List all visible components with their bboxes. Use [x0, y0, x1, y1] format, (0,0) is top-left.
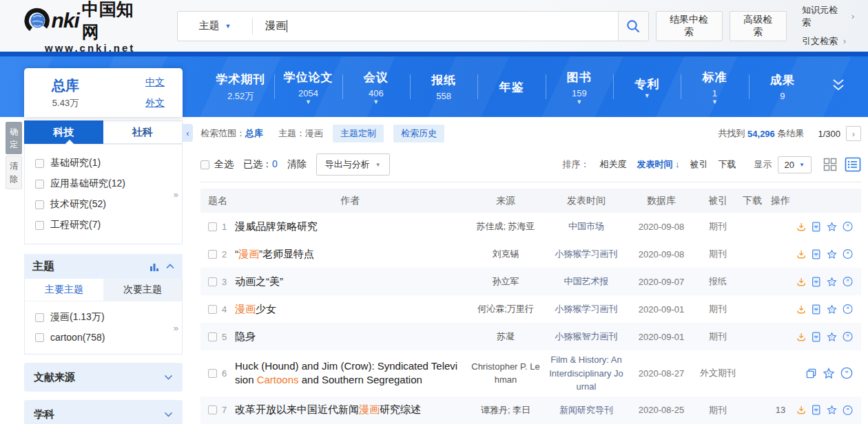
category-filter-label[interactable]: 基础研究(1): [50, 157, 101, 169]
html-read-icon[interactable]: [812, 248, 820, 260]
topic-filter-label[interactable]: cartoon(758): [50, 332, 105, 343]
search-input[interactable]: 漫画: [253, 19, 617, 32]
select-all-checkbox[interactable]: [200, 160, 209, 169]
chinese-link[interactable]: 中文: [145, 76, 165, 89]
search-in-results-button[interactable]: 结果中检索: [656, 11, 723, 41]
result-title-link[interactable]: 动画之“美”: [235, 275, 466, 288]
sort-option-被引[interactable]: 被引: [690, 158, 708, 171]
row-checkbox[interactable]: [208, 305, 217, 314]
result-title-link[interactable]: “漫画”老师显特点: [235, 247, 466, 261]
tab-social-science[interactable]: 社科: [103, 120, 183, 144]
expand-more-icon[interactable]: »: [174, 189, 178, 200]
result-source[interactable]: 小猕猴学习画刊: [546, 302, 627, 316]
checkbox[interactable]: [35, 200, 44, 209]
html-read-icon[interactable]: [812, 404, 820, 416]
download-icon[interactable]: [796, 404, 806, 416]
expand-more-icon[interactable]: »: [174, 323, 178, 333]
advanced-search-button[interactable]: 高级检索: [730, 11, 787, 41]
sidebar-section-文献来源[interactable]: 文献来源: [24, 363, 183, 392]
result-authors[interactable]: 刘克锡: [466, 247, 546, 261]
result-authors[interactable]: 何沁霖;万里行: [466, 302, 546, 316]
download-icon[interactable]: [796, 248, 806, 260]
sidebar-collapse-icon[interactable]: ‹: [183, 124, 193, 142]
sort-option-发表时间[interactable]: 发表时间 ↓: [637, 158, 679, 171]
cite-quote-icon[interactable]: ”: [843, 220, 853, 233]
cite-quote-icon[interactable]: ”: [843, 404, 853, 416]
sort-option-下载[interactable]: 下载: [719, 158, 736, 171]
tab-secondary-topic[interactable]: 次要主题: [103, 279, 182, 301]
export-analyze-button[interactable]: 导出与分析 ▼: [316, 153, 390, 176]
nav-tab-标准[interactable]: 标准1▼: [681, 56, 748, 117]
favorite-star-icon[interactable]: [827, 276, 837, 288]
download-icon[interactable]: [796, 276, 806, 288]
category-filter-label[interactable]: 技术研究(52): [50, 198, 106, 211]
result-title-link[interactable]: 漫画少女: [235, 302, 466, 316]
nav-tab-年鉴[interactable]: 年鉴: [477, 56, 545, 117]
result-source[interactable]: 小猕猴学习画刊: [546, 247, 627, 261]
total-database-card[interactable]: 总库 5.43万 中文 外文: [24, 68, 183, 117]
nav-tab-成果[interactable]: 成果9: [749, 56, 816, 117]
nav-tab-图书[interactable]: 图书159▼: [546, 56, 613, 117]
row-checkbox[interactable]: [208, 332, 217, 341]
download-icon[interactable]: [796, 221, 806, 233]
result-source[interactable]: Film & History: An Interdisciplinary Jou…: [546, 353, 627, 394]
cite-quote-icon[interactable]: ”: [843, 330, 853, 343]
abstract-pages-icon[interactable]: [805, 368, 817, 379]
favorite-star-icon[interactable]: [827, 404, 837, 416]
result-source[interactable]: 新闻研究导刊: [546, 403, 627, 417]
nav-tab-报纸[interactable]: 报纸558: [410, 56, 477, 117]
favorite-star-icon[interactable]: [827, 304, 837, 315]
result-authors[interactable]: 苏佳成; 苏海亚: [466, 220, 546, 233]
clear-selection-button[interactable]: 清除: [287, 158, 307, 171]
search-field-selector[interactable]: 主题 ▼: [178, 19, 252, 32]
sidebar-section-学科[interactable]: 学科: [24, 400, 183, 424]
row-checkbox[interactable]: [208, 250, 217, 259]
favorite-star-icon[interactable]: [823, 368, 835, 379]
favorite-star-icon[interactable]: [827, 221, 837, 233]
result-title-link[interactable]: Huck (Hound) and Jim (Crow): Syndicated …: [235, 359, 466, 388]
knowledge-element-search-link[interactable]: 知识元检索›: [802, 4, 854, 29]
html-read-icon[interactable]: [812, 304, 820, 315]
result-title-link[interactable]: 漫威品牌策略研究: [235, 220, 466, 233]
html-read-icon[interactable]: [812, 276, 820, 288]
nav-tab-会议[interactable]: 会议406▼: [342, 56, 410, 117]
more-databases-chevron-icon[interactable]: [829, 76, 847, 96]
topic-filter-label[interactable]: 漫画(1.13万): [50, 311, 105, 324]
row-checkbox[interactable]: [208, 222, 217, 231]
favorite-star-icon[interactable]: [827, 248, 837, 260]
checkbox[interactable]: [35, 313, 44, 322]
checkbox[interactable]: [35, 221, 44, 230]
result-source[interactable]: 中国艺术报: [546, 275, 627, 288]
category-filter-label[interactable]: 工程研究(7): [50, 219, 101, 231]
topic-section-header[interactable]: 主题: [24, 254, 183, 279]
foreign-link[interactable]: 外文: [145, 97, 165, 109]
html-read-icon[interactable]: [812, 221, 820, 233]
scope-value[interactable]: 总库: [245, 128, 263, 138]
cite-quote-icon[interactable]: ”: [843, 248, 853, 260]
row-checkbox[interactable]: [208, 277, 217, 286]
confirm-button[interactable]: 确定: [6, 122, 22, 154]
favorite-star-icon[interactable]: [827, 331, 837, 343]
next-page-button[interactable]: ›: [846, 126, 861, 141]
list-view-icon[interactable]: [845, 157, 861, 172]
citation-search-link[interactable]: 引文检索›: [802, 35, 854, 47]
chevron-up-icon[interactable]: [166, 264, 174, 269]
cite-quote-icon[interactable]: ”: [843, 303, 853, 315]
nav-tab-学术期刊[interactable]: 学术期刊2.52万: [207, 56, 274, 117]
search-history-button[interactable]: 检索历史: [393, 125, 444, 142]
result-authors[interactable]: 谭雅丹; 李日: [466, 403, 546, 417]
search-button[interactable]: [618, 12, 648, 41]
clear-filters-button[interactable]: 清除: [6, 156, 22, 189]
cite-quote-icon[interactable]: ”: [843, 275, 853, 288]
download-icon[interactable]: [796, 331, 806, 343]
topic-customize-button[interactable]: 主题定制: [333, 125, 384, 142]
result-authors[interactable]: Christopher P. Lehman: [466, 360, 546, 387]
tab-main-topic[interactable]: 主要主题: [25, 279, 103, 301]
checkbox[interactable]: [35, 333, 44, 342]
nav-tab-专利[interactable]: 专利▼: [613, 56, 681, 117]
result-source[interactable]: 中国市场: [546, 220, 627, 233]
sort-option-相关度[interactable]: 相关度: [599, 158, 626, 171]
grid-view-icon[interactable]: [823, 157, 838, 172]
page-size-select[interactable]: 20 ▼: [778, 156, 812, 173]
cite-quote-icon[interactable]: ”: [840, 367, 853, 379]
